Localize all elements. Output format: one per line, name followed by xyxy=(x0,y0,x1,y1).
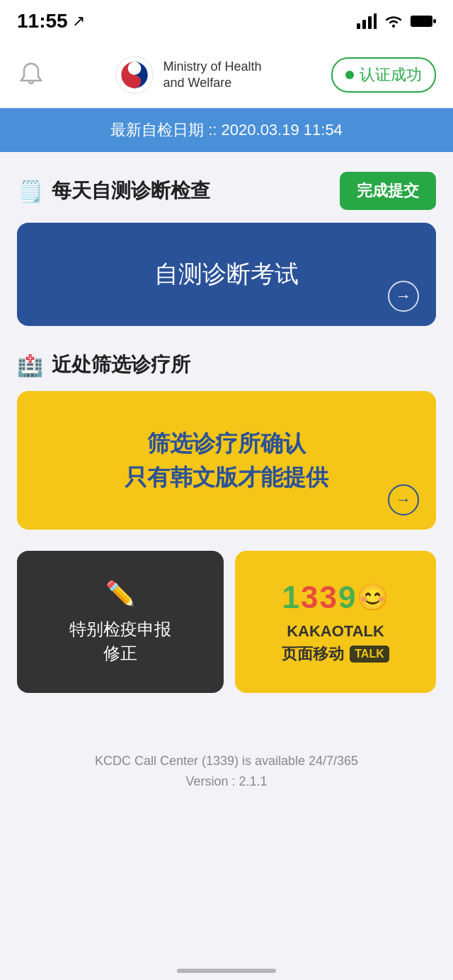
auth-label: 认证成功 xyxy=(360,64,422,86)
status-time: 11:55 xyxy=(17,10,68,33)
clinic-icon: 🏥 xyxy=(17,353,43,378)
header: Ministry of Health and Welfare 认证成功 xyxy=(0,42,453,108)
section1-title-area: 🗒️ 每天自测诊断检查 xyxy=(17,177,210,204)
clipboard-icon: 🗒️ xyxy=(17,179,43,204)
self-diagnosis-text: 自测诊断考试 xyxy=(154,258,299,291)
svg-rect-6 xyxy=(433,19,436,23)
kakao-line1: KAKAOTALK xyxy=(282,622,389,641)
kakao-card[interactable]: 1 3 3 9 😊 KAKAOTALK 页面移动 TALK xyxy=(235,551,436,693)
status-bar: 11:55 ↗ xyxy=(0,0,453,42)
bell-icon[interactable] xyxy=(17,61,45,89)
section2-wrapper: 🏥 近处筛选诊疗所 xyxy=(17,351,436,378)
ministry-logo xyxy=(115,55,154,95)
kakao-line2-area: 页面移动 TALK xyxy=(282,643,389,665)
svg-rect-0 xyxy=(357,23,360,29)
wifi-icon xyxy=(384,13,403,29)
auth-badge: 认证成功 xyxy=(331,57,436,93)
kakao-n4: 9 xyxy=(338,580,355,615)
bottom-cards: ✏️ 特别检疫申报 修正 1 3 3 9 😊 KAKAOTALK 页面移动 TA… xyxy=(17,551,436,693)
footer-line1: KCDC Call Center (1339) is available 24/… xyxy=(14,751,439,771)
svg-rect-5 xyxy=(411,16,432,27)
section1-header: 🗒️ 每天自测诊断检查 完成提交 xyxy=(17,172,436,210)
submit-button[interactable]: 完成提交 xyxy=(340,172,436,210)
footer: KCDC Call Center (1339) is available 24/… xyxy=(0,734,453,820)
section2-header: 🏥 近处筛选诊疗所 xyxy=(17,351,436,378)
clinic-card-arrow: → xyxy=(388,484,419,515)
ministry-name: Ministry of Health and Welfare xyxy=(163,59,261,92)
svg-rect-1 xyxy=(362,20,366,29)
kakao-number: 1 3 3 9 😊 xyxy=(282,580,389,615)
svg-point-4 xyxy=(392,25,395,28)
kakao-n2: 3 xyxy=(301,580,318,615)
footer-line2: Version : 2.1.1 xyxy=(14,771,439,792)
edit-icon: ✏️ xyxy=(105,579,135,607)
date-banner: 最新自检日期 :: 2020.03.19 11:54 xyxy=(0,108,453,152)
quarantine-card[interactable]: ✏️ 特别检疫申报 修正 xyxy=(17,551,224,693)
svg-rect-2 xyxy=(368,16,372,29)
section2-title: 近处筛选诊疗所 xyxy=(52,351,190,378)
signal-icon xyxy=(357,13,377,29)
clinic-card-line2: 只有韩文版才能提供 xyxy=(125,460,328,494)
kakao-line2: 页面移动 xyxy=(282,643,344,665)
auth-dot xyxy=(345,71,354,79)
home-indicator xyxy=(177,969,276,973)
section1-title: 每天自测诊断检查 xyxy=(52,177,210,204)
ministry-logo-area: Ministry of Health and Welfare xyxy=(115,55,261,95)
quarantine-text: 特别检疫申报 修正 xyxy=(69,617,171,665)
location-arrow-icon: ↗ xyxy=(72,12,85,30)
svg-rect-3 xyxy=(374,13,377,29)
kakao-n1: 1 xyxy=(282,580,299,615)
status-icons xyxy=(357,13,436,29)
clinic-card[interactable]: 筛选诊疗所确认 只有韩文版才能提供 → xyxy=(17,391,436,530)
main-content: 🗒️ 每天自测诊断检查 完成提交 自测诊断考试 → 🏥 近处筛选诊疗所 筛选诊疗… xyxy=(0,152,453,734)
kakao-face-emoji: 😊 xyxy=(357,583,389,612)
talk-badge: TALK xyxy=(350,646,389,663)
kakao-label: KAKAOTALK 页面移动 TALK xyxy=(282,622,389,665)
section2-title-area: 🏥 近处筛选诊疗所 xyxy=(17,351,190,378)
self-diagnosis-arrow: → xyxy=(388,281,419,312)
battery-icon xyxy=(411,15,436,28)
kakao-n3: 3 xyxy=(320,580,337,615)
clinic-card-line1: 筛选诊疗所确认 xyxy=(147,426,306,460)
date-banner-text: 最新自检日期 :: 2020.03.19 11:54 xyxy=(110,121,343,139)
self-diagnosis-card[interactable]: 自测诊断考试 → xyxy=(17,223,436,326)
